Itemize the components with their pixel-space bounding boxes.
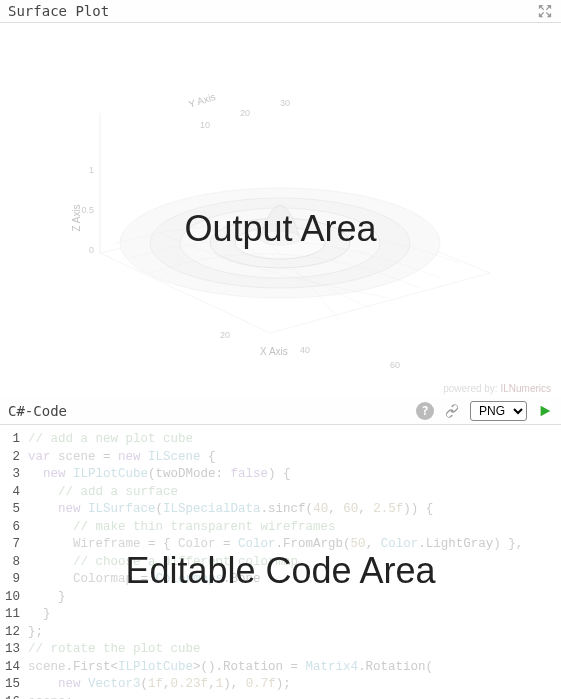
- code-panel-title: C#-Code: [8, 403, 67, 419]
- line-number: 6: [4, 519, 28, 537]
- line-number: 14: [4, 659, 28, 677]
- code-line[interactable]: 11 }: [4, 606, 561, 624]
- powered-by-label: powered by: ILNumerics: [443, 383, 551, 394]
- code-content[interactable]: scene.First<ILPlotCube>().Rotation = Mat…: [28, 659, 433, 677]
- code-line[interactable]: 15 new Vector3(1f,0.23f,1), 0.7f);: [4, 676, 561, 694]
- line-number: 2: [4, 449, 28, 467]
- svg-text:10: 10: [200, 120, 210, 130]
- code-line[interactable]: 12};: [4, 624, 561, 642]
- code-line[interactable]: 5 new ILSurface(ILSpecialData.sincf(40, …: [4, 501, 561, 519]
- line-number: 16: [4, 694, 28, 700]
- svg-text:20: 20: [220, 330, 230, 340]
- line-number: 11: [4, 606, 28, 624]
- export-format-select[interactable]: PNGSVGJPG: [470, 401, 527, 421]
- svg-text:1: 1: [89, 165, 94, 175]
- code-content[interactable]: }: [28, 606, 51, 624]
- plot-output-area[interactable]: 0 0.5 1 Z Axis: [0, 23, 561, 398]
- line-number: 1: [4, 431, 28, 449]
- line-number: 15: [4, 676, 28, 694]
- code-editor[interactable]: 1// add a new plot cube2var scene = new …: [0, 425, 561, 699]
- line-number: 8: [4, 554, 28, 572]
- line-number: 12: [4, 624, 28, 642]
- run-icon[interactable]: [537, 403, 553, 419]
- code-content[interactable]: new Vector3(1f,0.23f,1), 0.7f);: [28, 676, 291, 694]
- code-content[interactable]: new ILPlotCube(twoDMode: false) {: [28, 466, 291, 484]
- line-number: 9: [4, 571, 28, 589]
- code-line[interactable]: 4 // add a surface: [4, 484, 561, 502]
- line-number: 3: [4, 466, 28, 484]
- code-panel-header: C#-Code ? PNGSVGJPG: [0, 398, 561, 425]
- line-number: 7: [4, 536, 28, 554]
- code-area-overlay-label: Editable Code Area: [125, 550, 435, 592]
- code-content[interactable]: // add a new plot cube: [28, 431, 193, 449]
- code-line[interactable]: 13// rotate the plot cube: [4, 641, 561, 659]
- svg-text:Z Axis: Z Axis: [71, 204, 82, 231]
- line-number: 5: [4, 501, 28, 519]
- code-content[interactable]: // rotate the plot cube: [28, 641, 201, 659]
- svg-text:Y Axis: Y Axis: [187, 91, 217, 110]
- svg-text:20: 20: [240, 108, 250, 118]
- code-line[interactable]: 3 new ILPlotCube(twoDMode: false) {: [4, 466, 561, 484]
- fullscreen-icon[interactable]: [537, 3, 553, 19]
- svg-text:60: 60: [390, 360, 400, 370]
- line-number: 10: [4, 589, 28, 607]
- code-content[interactable]: scene;: [28, 694, 73, 700]
- code-content[interactable]: }: [28, 589, 66, 607]
- code-line[interactable]: 6 // make thin transparent wireframes: [4, 519, 561, 537]
- help-icon[interactable]: ?: [416, 402, 434, 420]
- svg-text:30: 30: [280, 98, 290, 108]
- svg-text:40: 40: [300, 345, 310, 355]
- line-number: 13: [4, 641, 28, 659]
- code-content[interactable]: // make thin transparent wireframes: [28, 519, 336, 537]
- link-icon[interactable]: [444, 403, 460, 419]
- code-line[interactable]: 16scene;: [4, 694, 561, 700]
- powered-by-brand[interactable]: ILNumerics: [500, 383, 551, 394]
- code-content[interactable]: new ILSurface(ILSpecialData.sincf(40, 60…: [28, 501, 433, 519]
- line-number: 4: [4, 484, 28, 502]
- code-content[interactable]: var scene = new ILScene {: [28, 449, 216, 467]
- svg-text:X Axis: X Axis: [260, 346, 288, 357]
- svg-text:0.5: 0.5: [81, 205, 94, 215]
- code-line[interactable]: 14scene.First<ILPlotCube>().Rotation = M…: [4, 659, 561, 677]
- code-line[interactable]: 1// add a new plot cube: [4, 431, 561, 449]
- code-line[interactable]: 2var scene = new ILScene {: [4, 449, 561, 467]
- output-area-overlay-label: Output Area: [184, 208, 376, 250]
- code-content[interactable]: // add a surface: [28, 484, 178, 502]
- output-panel-header: Surface Plot: [0, 0, 561, 23]
- svg-text:0: 0: [89, 245, 94, 255]
- code-content[interactable]: };: [28, 624, 43, 642]
- output-panel-title: Surface Plot: [8, 3, 109, 19]
